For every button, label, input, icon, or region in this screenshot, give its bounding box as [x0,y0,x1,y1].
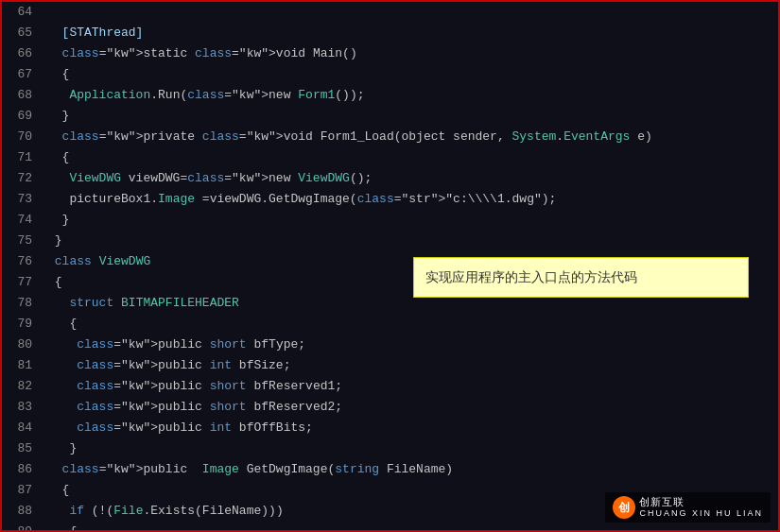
line-number: 68 [2,85,40,106]
table-row: 83 class="kw">public short bfReserved2; [2,397,778,418]
line-number: 77 [2,272,40,293]
line-number: 66 [2,43,40,64]
line-number: 70 [2,127,40,147]
table-row: 85 } [2,438,778,459]
line-content: class="kw">static class="kw">void Main() [40,43,778,64]
line-number: 72 [2,168,40,189]
watermark-icon: 创 [613,496,635,519]
main-container: 6465 [STAThread]66 class="kw">static cla… [0,0,780,532]
line-number: 79 [2,314,40,335]
table-row: 70 class="kw">private class="kw">void Fo… [2,127,778,147]
line-number: 85 [2,438,40,459]
line-content: { [40,147,778,168]
line-content: class="kw">private class="kw">void Form1… [40,127,778,147]
line-content: class="kw">public short bfReserved1; [40,376,778,397]
line-number: 88 [2,501,40,522]
line-number: 87 [2,480,40,501]
line-number: 89 [2,522,40,532]
line-number: 67 [2,64,40,85]
line-content: { [40,314,778,335]
line-number: 82 [2,376,40,397]
table-row: 67 { [2,64,778,85]
line-number: 84 [2,418,40,438]
table-row: 66 class="kw">static class="kw">void Mai… [2,43,778,64]
table-row: 84 class="kw">public int bfOffBits; [2,418,778,438]
line-number: 76 [2,251,40,272]
line-content: } [40,106,778,127]
line-number: 73 [2,189,40,210]
line-content: pictureBox1.Image =viewDWG.GetDwgImage(c… [40,189,778,210]
line-content: { [40,64,778,85]
watermark-line2: CHUANG XIN HU LIAN [639,508,763,519]
table-row: 72 ViewDWG viewDWG=class="kw">new ViewDW… [2,168,778,189]
line-number: 78 [2,293,40,314]
table-row: 74 } [2,210,778,231]
table-row: 82 class="kw">public short bfReserved1; [2,376,778,397]
tooltip-text: 实现应用程序的主入口点的方法代码 [425,269,637,284]
line-content: class="kw">public int bfSize; [40,355,778,376]
watermark: 创 创新互联 CHUANG XIN HU LIAN [605,492,771,523]
watermark-text-block: 创新互联 CHUANG XIN HU LIAN [639,496,763,519]
line-number: 65 [2,23,40,43]
code-editor: 6465 [STAThread]66 class="kw">static cla… [0,0,780,532]
line-content: Application.Run(class="kw">new Form1()); [40,85,778,106]
table-row: 89 { [2,522,778,532]
line-number: 69 [2,106,40,127]
line-content: ViewDWG viewDWG=class="kw">new ViewDWG()… [40,168,778,189]
line-number: 64 [2,2,40,23]
table-row: 86 class="kw">public Image GetDwgImage(s… [2,459,778,480]
watermark-icon-text: 创 [618,500,630,516]
tooltip-box: 实现应用程序的主入口点的方法代码 [413,257,749,298]
line-content: [STAThread] [40,23,778,43]
line-content: } [40,210,778,231]
table-row: 81 class="kw">public int bfSize; [2,355,778,376]
line-content: class="kw">public short bfReserved2; [40,397,778,418]
table-row: 80 class="kw">public short bfType; [2,335,778,355]
table-row: 71 { [2,147,778,168]
table-row: 69 } [2,106,778,127]
line-content: class="kw">public short bfType; [40,335,778,355]
table-row: 73 pictureBox1.Image =viewDWG.GetDwgImag… [2,189,778,210]
table-row: 79 { [2,314,778,335]
line-number: 83 [2,397,40,418]
watermark-line1: 创新互联 [639,496,763,508]
line-number: 71 [2,147,40,168]
line-number: 75 [2,231,40,251]
table-row: 64 [2,2,778,23]
line-number: 80 [2,335,40,355]
line-number: 81 [2,355,40,376]
line-number: 74 [2,210,40,231]
line-content: class="kw">public int bfOffBits; [40,418,778,438]
line-content: { [40,522,778,532]
table-row: 75 } [2,231,778,251]
line-content: } [40,231,778,251]
table-row: 68 Application.Run(class="kw">new Form1(… [2,85,778,106]
table-row: 65 [STAThread] [2,23,778,43]
line-content: class="kw">public Image GetDwgImage(stri… [40,459,778,480]
line-content: } [40,438,778,459]
line-number: 86 [2,459,40,480]
